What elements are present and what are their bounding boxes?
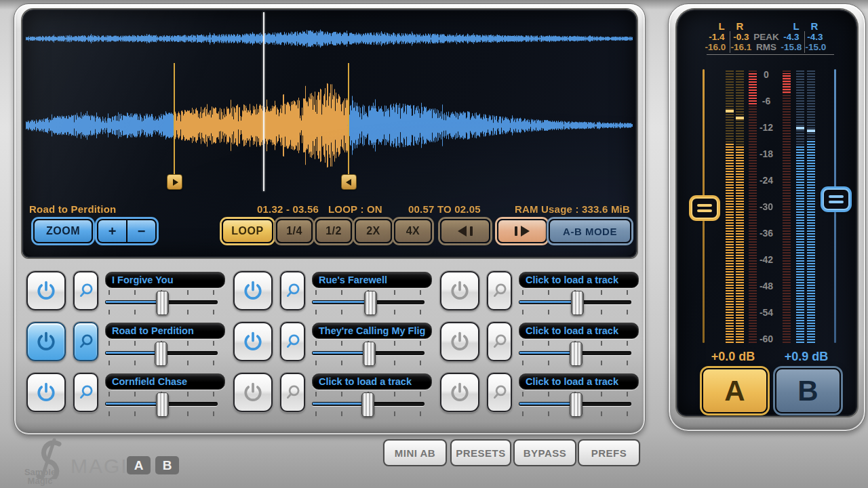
loop-end-handle-icon[interactable] [341, 174, 357, 190]
rms-a-right: -16.1 [731, 42, 752, 52]
track-name-display[interactable]: Road to Perdition [105, 323, 225, 339]
track-power-button[interactable] [233, 271, 273, 310]
track-solo-magnifier-button[interactable] [487, 373, 512, 412]
track-power-button[interactable] [233, 322, 273, 361]
track-name-display[interactable]: Rue's Farewell [312, 272, 432, 288]
track-volume-slider[interactable] [519, 290, 631, 314]
track-name-display[interactable]: Click to load a track [519, 323, 639, 339]
slider-handle[interactable] [156, 392, 169, 417]
waveform-display: Road to Perdition 01.32 - 03.56 LOOP : O… [22, 9, 637, 258]
track-power-button[interactable] [440, 322, 479, 361]
db-scale-tick: -30 [760, 201, 773, 212]
track-power-button[interactable] [26, 322, 66, 361]
zoom-button[interactable]: ZOOM [33, 219, 93, 243]
slider-handle[interactable] [156, 291, 169, 315]
track-solo-magnifier-button[interactable] [280, 373, 305, 412]
track-power-button[interactable] [233, 373, 273, 412]
track-solo-magnifier-button[interactable] [73, 271, 98, 310]
bypass-button[interactable]: BYPASS [513, 439, 576, 466]
slider-tick [522, 310, 524, 314]
meter-header-divider [730, 31, 730, 53]
track-volume-slider[interactable] [105, 341, 218, 365]
zoom-in-button[interactable]: + [98, 220, 126, 242]
speed-half-button[interactable]: 1/2 [315, 219, 352, 243]
loop-start-handle-icon[interactable] [167, 174, 182, 190]
loop-end-marker[interactable] [348, 63, 349, 176]
loop-toggle-button[interactable]: LOOP [222, 219, 273, 243]
slider-tick [341, 392, 342, 396]
track-solo-magnifier-button[interactable] [487, 322, 512, 361]
slider-tick [134, 392, 136, 396]
meter-b-right-label: R [811, 20, 818, 32]
fader-a-handle[interactable] [691, 197, 718, 219]
track-volume-slider[interactable] [519, 341, 631, 365]
meter-column-a_r [736, 69, 744, 343]
mini-ab-button[interactable]: MINI AB [383, 439, 447, 466]
track-volume-slider[interactable] [312, 290, 425, 314]
track-power-button[interactable] [26, 373, 66, 412]
track-solo-magnifier-button[interactable] [73, 373, 98, 412]
speed-4x-button[interactable]: 4X [394, 219, 432, 243]
db-scale-tick: -42 [760, 254, 773, 265]
select-b-button[interactable]: B [775, 368, 841, 413]
track-power-button[interactable] [440, 271, 479, 310]
track-name-display[interactable]: Click to load a track [519, 272, 639, 288]
track-solo-magnifier-button[interactable] [487, 271, 512, 310]
zoom-out-button[interactable]: − [127, 220, 155, 242]
db-scale-tick: -12 [760, 122, 773, 133]
presets-button[interactable]: PRESETS [450, 439, 511, 466]
slider-handle[interactable] [155, 342, 167, 366]
track-slot: Rue's Farewell [233, 271, 426, 314]
slider-tick [627, 290, 628, 295]
track-power-button[interactable] [440, 373, 479, 412]
slider-handle[interactable] [570, 392, 583, 417]
db-scale-tick: -6 [762, 96, 770, 106]
track-slot: Click to load a track [440, 373, 633, 416]
loop-start-marker[interactable] [174, 63, 175, 176]
track-volume-slider[interactable] [312, 341, 425, 365]
track-power-button[interactable] [26, 271, 66, 310]
slider-handle[interactable] [364, 291, 377, 315]
slider-tick [187, 341, 189, 346]
slider-tick [315, 411, 317, 416]
rms-b-right: -15.0 [806, 42, 827, 52]
waveform-canvas[interactable] [24, 11, 633, 253]
track-name-display[interactable]: Cornfield Chase [105, 373, 225, 390]
slider-tick [134, 411, 136, 416]
slider-handle[interactable] [570, 342, 583, 366]
track-volume-slider[interactable] [105, 290, 218, 314]
slider-handle[interactable] [363, 342, 376, 366]
previous-track-button[interactable] [440, 219, 490, 243]
ab-mode-button[interactable]: A-B MODE [549, 219, 631, 243]
track-volume-slider[interactable] [105, 392, 218, 416]
next-track-button[interactable] [497, 219, 547, 243]
speed-quarter-button[interactable]: 1/4 [276, 219, 313, 243]
track-solo-magnifier-button[interactable] [280, 322, 305, 361]
track-solo-magnifier-button[interactable] [280, 271, 305, 310]
slider-tick [420, 411, 421, 416]
track-name-display[interactable]: They're Calling My Flig [312, 323, 432, 339]
slider-tick [627, 341, 628, 346]
slider-tick [108, 411, 110, 416]
track-volume-slider[interactable] [519, 392, 631, 416]
speed-2x-button[interactable]: 2X [355, 219, 392, 243]
slider-handle[interactable] [361, 392, 374, 417]
gain-a-readout: +0.0 dB [711, 350, 755, 364]
track-volume-slider[interactable] [312, 392, 425, 416]
slider-handle[interactable] [571, 291, 584, 315]
slider-tick [341, 341, 342, 346]
slider-tick [522, 290, 524, 295]
track-name-display[interactable]: Click to load a track [312, 373, 432, 390]
zoom-stepper: + − [97, 219, 157, 243]
track-solo-magnifier-button[interactable] [73, 322, 98, 361]
track-name-display[interactable]: Click to load a track [519, 373, 639, 390]
track-name-display[interactable]: I Forgive You [105, 272, 225, 288]
fader-b-handle[interactable] [823, 188, 850, 210]
prefs-button[interactable]: PREFS [578, 439, 640, 466]
slider-tick [108, 341, 110, 346]
plugin-window: Road to Perdition 01.32 - 03.56 LOOP : O… [0, 0, 868, 488]
meter-unit: L R L R -1.4 -0.3 PEAK -4.3 -4.3 -16.0 -… [668, 3, 866, 432]
select-a-button[interactable]: A [702, 368, 768, 413]
track-slot: Click to load a track [440, 271, 633, 314]
playhead[interactable] [263, 12, 264, 191]
